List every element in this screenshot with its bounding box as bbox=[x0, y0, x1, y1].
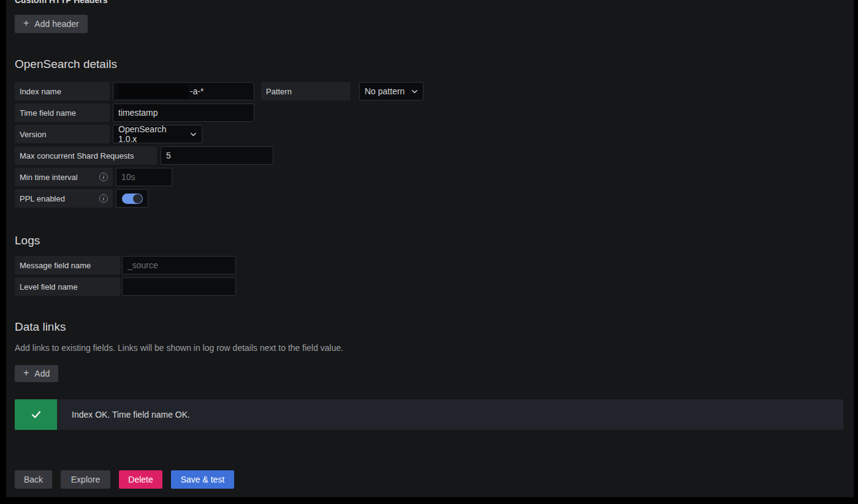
custom-http-headers-label: Custom HTTP Headers bbox=[15, 0, 843, 5]
action-buttons: Back Explore Delete Save & test bbox=[15, 470, 843, 489]
data-links-title: Data links bbox=[15, 320, 843, 334]
redacted-value bbox=[118, 85, 189, 98]
datasource-settings-page: Custom HTTP Headers + Add header OpenSea… bbox=[6, 0, 854, 497]
level-field-input[interactable] bbox=[122, 277, 236, 296]
version-row: Version OpenSearch 1.0.x bbox=[15, 125, 843, 143]
max-shard-row: Max concurrent Shard Requests bbox=[15, 146, 843, 165]
plus-icon: + bbox=[23, 18, 29, 28]
ppl-label: PPL enabled i bbox=[15, 189, 113, 208]
pattern-select-value: No pattern bbox=[365, 86, 404, 96]
min-interval-label: Min time interval i bbox=[15, 168, 113, 186]
level-field-label: Level field name bbox=[15, 277, 120, 296]
message-field-input[interactable] bbox=[122, 256, 236, 274]
level-field-row: Level field name bbox=[15, 277, 843, 296]
index-name-input[interactable]: -a-* bbox=[113, 82, 254, 100]
add-data-link-label: Add bbox=[34, 369, 50, 378]
logs-form: Message field name Level field name bbox=[15, 256, 843, 296]
max-shard-label: Max concurrent Shard Requests bbox=[15, 146, 157, 165]
ppl-row: PPL enabled i bbox=[15, 189, 843, 208]
add-header-label: Add header bbox=[34, 20, 78, 28]
toggle-pill bbox=[122, 194, 143, 204]
time-field-label: Time field name bbox=[15, 103, 110, 122]
pattern-label: Pattern bbox=[261, 82, 351, 100]
success-icon bbox=[15, 399, 57, 430]
time-field-input[interactable] bbox=[113, 103, 254, 122]
info-icon[interactable]: i bbox=[99, 173, 108, 181]
add-header-button[interactable]: + Add header bbox=[15, 15, 88, 33]
chevron-down-icon bbox=[411, 88, 418, 95]
time-field-row: Time field name bbox=[15, 103, 843, 122]
pattern-select[interactable]: No pattern bbox=[359, 82, 423, 100]
delete-button[interactable]: Delete bbox=[119, 470, 162, 489]
min-interval-row: Min time interval i bbox=[15, 168, 843, 186]
index-name-label: Index name bbox=[15, 82, 110, 100]
version-label: Version bbox=[15, 125, 110, 143]
index-name-suffix: -a-* bbox=[190, 86, 204, 96]
opensearch-details-form: Index name -a-* Pattern No pattern bbox=[15, 82, 843, 208]
checkmark-icon bbox=[31, 409, 42, 420]
opensearch-details-title: OpenSearch details bbox=[15, 58, 843, 71]
plus-icon: + bbox=[23, 368, 29, 378]
min-interval-input[interactable] bbox=[116, 168, 172, 186]
ppl-toggle[interactable] bbox=[116, 189, 148, 208]
message-field-row: Message field name bbox=[15, 256, 843, 274]
toggle-knob bbox=[133, 194, 142, 203]
version-select-value: OpenSearch 1.0.x bbox=[118, 124, 185, 144]
message-field-label: Message field name bbox=[15, 256, 120, 274]
logs-title: Logs bbox=[15, 234, 843, 247]
info-icon[interactable]: i bbox=[99, 194, 108, 203]
chevron-down-icon bbox=[190, 131, 197, 138]
alert-message: Index OK. Time field name OK. bbox=[72, 399, 190, 430]
version-select[interactable]: OpenSearch 1.0.x bbox=[113, 125, 202, 143]
data-links-description: Add links to existing fields. Links will… bbox=[15, 343, 843, 353]
save-and-test-button[interactable]: Save & test bbox=[171, 470, 234, 489]
back-button[interactable]: Back bbox=[15, 470, 52, 489]
test-result-alert: Index OK. Time field name OK. bbox=[15, 399, 843, 430]
custom-http-headers-section: Custom HTTP Headers bbox=[15, 0, 843, 6]
explore-button[interactable]: Explore bbox=[61, 470, 110, 489]
add-data-link-button[interactable]: + Add bbox=[15, 365, 58, 382]
index-name-row: Index name -a-* Pattern No pattern bbox=[15, 82, 843, 100]
max-shard-input[interactable] bbox=[161, 146, 273, 165]
